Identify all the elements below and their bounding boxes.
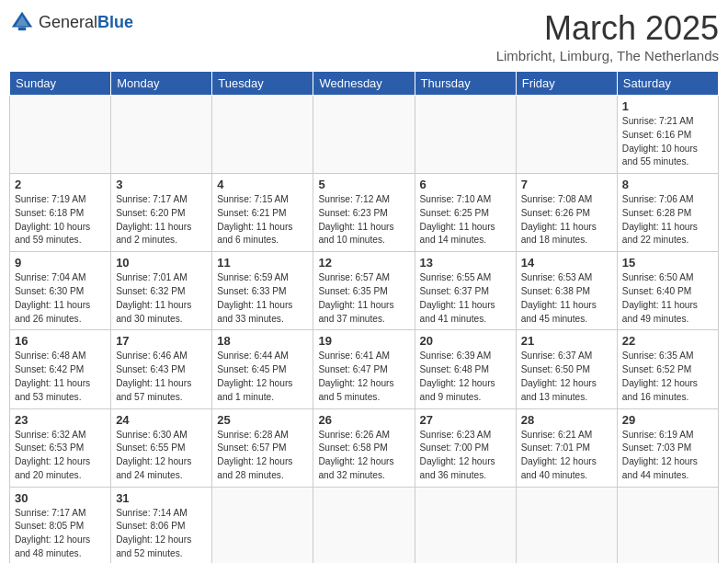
week-row-4: 16Sunrise: 6:48 AMSunset: 6:42 PMDayligh… (10, 330, 719, 408)
day-cell: 2Sunrise: 7:19 AMSunset: 6:18 PMDaylight… (10, 174, 111, 252)
day-number: 2 (15, 178, 106, 191)
day-info: Sunrise: 7:12 AMSunset: 6:23 PMDaylight:… (318, 193, 409, 247)
weekday-thursday: Thursday (415, 72, 516, 96)
day-info: Sunrise: 6:37 AMSunset: 6:50 PMDaylight:… (521, 350, 612, 404)
day-info: Sunrise: 6:46 AMSunset: 6:43 PMDaylight:… (116, 350, 207, 404)
day-cell: 22Sunrise: 6:35 AMSunset: 6:52 PMDayligh… (617, 330, 718, 408)
day-info: Sunrise: 7:21 AMSunset: 6:16 PMDaylight:… (622, 115, 713, 169)
day-info: Sunrise: 6:39 AMSunset: 6:48 PMDaylight:… (420, 350, 511, 404)
day-number: 1 (622, 99, 713, 113)
day-cell: 28Sunrise: 6:21 AMSunset: 7:01 PMDayligh… (516, 408, 617, 487)
day-info: Sunrise: 6:19 AMSunset: 7:03 PMDaylight:… (622, 429, 713, 483)
day-number: 9 (15, 256, 106, 270)
day-info: Sunrise: 6:35 AMSunset: 6:52 PMDaylight:… (622, 350, 713, 404)
day-number: 3 (116, 178, 207, 191)
day-info: Sunrise: 6:50 AMSunset: 6:40 PMDaylight:… (622, 271, 713, 326)
day-cell (111, 96, 212, 174)
day-cell (10, 96, 111, 174)
day-info: Sunrise: 6:59 AMSunset: 6:33 PMDaylight:… (217, 271, 308, 326)
day-number: 4 (217, 178, 308, 191)
day-cell: 18Sunrise: 6:44 AMSunset: 6:45 PMDayligh… (212, 330, 313, 408)
day-number: 10 (116, 256, 207, 270)
day-cell: 9Sunrise: 7:04 AMSunset: 6:30 PMDaylight… (10, 252, 111, 330)
logo-general: General (39, 13, 97, 31)
day-cell (617, 487, 718, 563)
day-cell: 30Sunrise: 7:17 AMSunset: 8:05 PMDayligh… (10, 487, 111, 563)
day-number: 16 (15, 334, 106, 348)
day-number: 15 (622, 256, 713, 270)
day-number: 24 (116, 413, 207, 427)
day-info: Sunrise: 6:53 AMSunset: 6:38 PMDaylight:… (521, 271, 612, 326)
day-cell: 6Sunrise: 7:10 AMSunset: 6:25 PMDaylight… (415, 174, 516, 252)
day-number: 31 (116, 491, 207, 505)
day-number: 27 (420, 413, 511, 427)
day-number: 11 (217, 256, 308, 270)
day-info: Sunrise: 6:30 AMSunset: 6:55 PMDaylight:… (116, 429, 207, 483)
day-info: Sunrise: 7:01 AMSunset: 6:32 PMDaylight:… (116, 271, 207, 326)
day-info: Sunrise: 7:14 AMSunset: 8:06 PMDaylight:… (116, 507, 207, 561)
day-number: 21 (521, 334, 612, 348)
day-info: Sunrise: 7:06 AMSunset: 6:28 PMDaylight:… (622, 193, 713, 247)
day-info: Sunrise: 6:44 AMSunset: 6:45 PMDaylight:… (217, 350, 308, 404)
day-cell: 21Sunrise: 6:37 AMSunset: 6:50 PMDayligh… (516, 330, 617, 408)
day-info: Sunrise: 6:23 AMSunset: 7:00 PMDaylight:… (420, 429, 511, 483)
week-row-6: 30Sunrise: 7:17 AMSunset: 8:05 PMDayligh… (10, 487, 719, 563)
day-info: Sunrise: 7:19 AMSunset: 6:18 PMDaylight:… (15, 193, 106, 247)
day-number: 5 (318, 178, 409, 191)
day-cell: 23Sunrise: 6:32 AMSunset: 6:53 PMDayligh… (10, 408, 111, 487)
day-info: Sunrise: 7:15 AMSunset: 6:21 PMDaylight:… (217, 193, 308, 247)
weekday-monday: Monday (111, 72, 212, 96)
day-cell: 26Sunrise: 6:26 AMSunset: 6:58 PMDayligh… (313, 408, 415, 487)
day-cell (212, 96, 313, 174)
header: GeneralBlue March 2025 Limbricht, Limbur… (9, 9, 719, 63)
day-cell: 17Sunrise: 6:46 AMSunset: 6:43 PMDayligh… (111, 330, 212, 408)
week-row-5: 23Sunrise: 6:32 AMSunset: 6:53 PMDayligh… (10, 408, 719, 487)
calendar: SundayMondayTuesdayWednesdayThursdayFrid… (9, 71, 719, 563)
day-cell (212, 487, 313, 563)
day-cell: 13Sunrise: 6:55 AMSunset: 6:37 PMDayligh… (415, 252, 516, 330)
day-cell (516, 96, 617, 174)
day-info: Sunrise: 6:32 AMSunset: 6:53 PMDaylight:… (15, 429, 106, 483)
day-cell: 12Sunrise: 6:57 AMSunset: 6:35 PMDayligh… (313, 252, 415, 330)
title-area: March 2025 Limbricht, Limburg, The Nethe… (496, 9, 719, 63)
day-cell: 11Sunrise: 6:59 AMSunset: 6:33 PMDayligh… (212, 252, 313, 330)
day-info: Sunrise: 7:04 AMSunset: 6:30 PMDaylight:… (15, 271, 106, 326)
day-cell: 20Sunrise: 6:39 AMSunset: 6:48 PMDayligh… (415, 330, 516, 408)
day-number: 26 (318, 413, 409, 427)
day-cell: 31Sunrise: 7:14 AMSunset: 8:06 PMDayligh… (111, 487, 212, 563)
day-cell (313, 487, 415, 563)
day-cell: 14Sunrise: 6:53 AMSunset: 6:38 PMDayligh… (516, 252, 617, 330)
day-info: Sunrise: 6:57 AMSunset: 6:35 PMDaylight:… (318, 271, 409, 326)
week-row-2: 2Sunrise: 7:19 AMSunset: 6:18 PMDaylight… (10, 174, 719, 252)
day-info: Sunrise: 6:41 AMSunset: 6:47 PMDaylight:… (318, 350, 409, 404)
day-number: 8 (622, 178, 713, 191)
day-cell: 29Sunrise: 6:19 AMSunset: 7:03 PMDayligh… (617, 408, 718, 487)
weekday-saturday: Saturday (617, 72, 718, 96)
month-title: March 2025 (496, 9, 719, 48)
logo-text: GeneralBlue (39, 14, 133, 30)
day-info: Sunrise: 6:26 AMSunset: 6:58 PMDaylight:… (318, 429, 409, 483)
day-info: Sunrise: 6:28 AMSunset: 6:57 PMDaylight:… (217, 429, 308, 483)
day-cell: 5Sunrise: 7:12 AMSunset: 6:23 PMDaylight… (313, 174, 415, 252)
day-number: 30 (15, 491, 106, 505)
day-info: Sunrise: 7:17 AMSunset: 6:20 PMDaylight:… (116, 193, 207, 247)
day-cell: 15Sunrise: 6:50 AMSunset: 6:40 PMDayligh… (617, 252, 718, 330)
day-cell: 3Sunrise: 7:17 AMSunset: 6:20 PMDaylight… (111, 174, 212, 252)
day-number: 7 (521, 178, 612, 191)
week-row-3: 9Sunrise: 7:04 AMSunset: 6:30 PMDaylight… (10, 252, 719, 330)
logo-blue: Blue (97, 13, 133, 31)
day-cell: 4Sunrise: 7:15 AMSunset: 6:21 PMDaylight… (212, 174, 313, 252)
logo-icon (9, 9, 35, 35)
day-info: Sunrise: 6:48 AMSunset: 6:42 PMDaylight:… (15, 350, 106, 404)
day-cell: 25Sunrise: 6:28 AMSunset: 6:57 PMDayligh… (212, 408, 313, 487)
day-cell: 7Sunrise: 7:08 AMSunset: 6:26 PMDaylight… (516, 174, 617, 252)
day-cell: 27Sunrise: 6:23 AMSunset: 7:00 PMDayligh… (415, 408, 516, 487)
day-number: 17 (116, 334, 207, 348)
week-row-1: 1Sunrise: 7:21 AMSunset: 6:16 PMDaylight… (10, 96, 719, 174)
day-cell (415, 96, 516, 174)
logo: GeneralBlue (9, 9, 133, 35)
day-number: 18 (217, 334, 308, 348)
day-cell: 24Sunrise: 6:30 AMSunset: 6:55 PMDayligh… (111, 408, 212, 487)
day-number: 25 (217, 413, 308, 427)
day-cell: 10Sunrise: 7:01 AMSunset: 6:32 PMDayligh… (111, 252, 212, 330)
